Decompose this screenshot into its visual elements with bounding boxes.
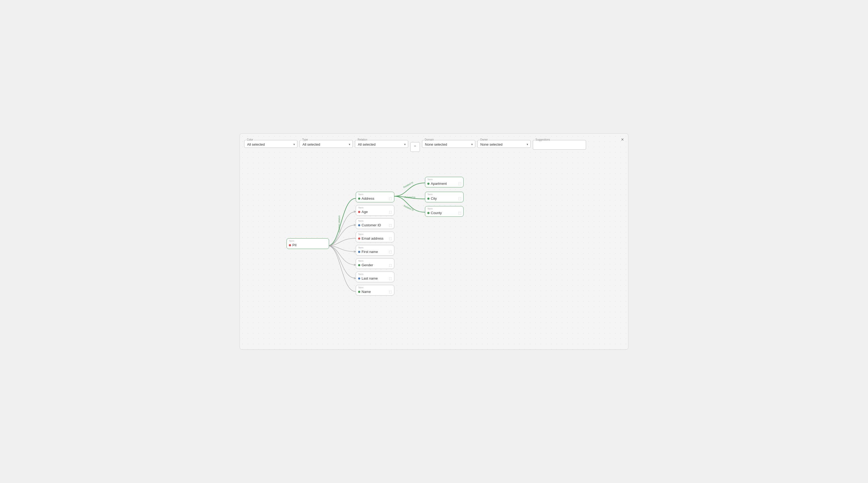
- svg-text:Related to: Related to: [403, 181, 414, 189]
- link-icon-email[interactable]: ⬚: [389, 237, 392, 240]
- domain-filter-group: Domain None selected ▾: [422, 140, 475, 152]
- node-name[interactable]: Term Name ⬚: [356, 285, 394, 296]
- node-county[interactable]: Term County ⬚: [425, 206, 464, 217]
- relation-value: All selected: [358, 143, 404, 146]
- relation-select-wrapper[interactable]: All selected ▾: [355, 140, 408, 148]
- node-city[interactable]: Term City ⬚: [425, 192, 464, 202]
- type-value: All selected: [303, 143, 349, 146]
- dot-customer-id: [358, 224, 360, 226]
- node-first-name-label: First name: [362, 250, 378, 254]
- svg-text:Custom relation: Custom relation: [338, 215, 341, 232]
- node-customer-id[interactable]: Term Customer ID ⬚: [356, 218, 394, 229]
- node-last-name-label: Last name: [362, 276, 378, 280]
- suggestions-wrapper[interactable]: [533, 140, 586, 150]
- dot-age: [358, 211, 360, 213]
- link-icon-gender[interactable]: ⬚: [389, 263, 392, 267]
- link-icon-customer-id[interactable]: ⬚: [389, 223, 392, 227]
- domain-value: None selected: [425, 143, 471, 146]
- node-email-label: Email address: [362, 236, 383, 240]
- type-chevron-icon: ▾: [349, 143, 350, 146]
- link-icon-last-name[interactable]: ⬚: [389, 277, 392, 280]
- domain-chevron-icon: ▾: [471, 143, 473, 146]
- dot-gender: [358, 264, 360, 266]
- dot-last-name: [358, 277, 360, 279]
- node-email[interactable]: Term Email address ⬚: [356, 232, 394, 242]
- dot-first-name: [358, 251, 360, 253]
- link-icon-city[interactable]: ⬚: [458, 197, 461, 201]
- dot-address: [358, 198, 360, 200]
- node-address[interactable]: Term Address ⬚: [356, 192, 394, 202]
- color-filter-group: Color All selected ▾: [244, 140, 298, 152]
- color-value: All selected: [247, 143, 293, 146]
- collapse-button[interactable]: ⌃: [410, 142, 420, 152]
- toolbar: Color All selected ▾ Type All selected ▾…: [244, 140, 586, 152]
- link-icon-first-name[interactable]: ⬚: [389, 250, 392, 254]
- node-first-name[interactable]: Term First name ⬚: [356, 245, 394, 255]
- node-pii[interactable]: Term PII: [286, 238, 329, 249]
- suggestions-label: Suggestions: [535, 138, 551, 141]
- node-gender[interactable]: Term Gender ⬚: [356, 258, 394, 269]
- dot-email: [358, 238, 360, 240]
- owner-chevron-icon: ▾: [527, 143, 528, 146]
- owner-filter-group: Owner None selected ▾: [477, 140, 531, 152]
- dot-city: [427, 198, 430, 200]
- owner-label: Owner: [479, 138, 488, 141]
- dot-county: [427, 212, 430, 214]
- domain-select-wrapper[interactable]: None selected ▾: [422, 140, 475, 148]
- node-gender-label: Gender: [362, 263, 373, 267]
- type-label: Type: [302, 138, 309, 141]
- graph-canvas: Custom relation Related to Related to Re…: [240, 134, 628, 349]
- node-last-name[interactable]: Term Last name ⬚: [356, 272, 394, 282]
- close-button[interactable]: ×: [621, 137, 624, 143]
- node-customer-id-label: Customer ID: [362, 223, 381, 227]
- suggestions-filter-group: Suggestions: [533, 140, 586, 152]
- node-age[interactable]: Term Age ⬚: [356, 205, 394, 216]
- link-icon-name[interactable]: ⬚: [389, 290, 392, 294]
- modal: ×: [240, 133, 628, 350]
- relation-filter-group: Relation All selected ▾: [355, 140, 408, 152]
- relation-label: Relation: [357, 138, 368, 141]
- type-select-wrapper[interactable]: All selected ▾: [300, 140, 353, 148]
- toolbar-row-2: Domain None selected ▾ Owner None select…: [422, 140, 586, 152]
- node-age-label: Age: [362, 210, 368, 214]
- color-select-wrapper[interactable]: All selected ▾: [244, 140, 298, 148]
- node-apartment-label: Apartment: [431, 182, 447, 186]
- toolbar-row-1: Color All selected ▾ Type All selected ▾…: [244, 140, 420, 152]
- dot-pii: [289, 244, 291, 246]
- domain-label: Domain: [424, 138, 434, 141]
- node-address-label: Address: [362, 197, 374, 201]
- dot-name: [358, 291, 360, 293]
- owner-select-wrapper[interactable]: None selected ▾: [477, 140, 531, 148]
- dot-apartment: [427, 183, 430, 185]
- svg-text:Related to: Related to: [403, 205, 414, 211]
- node-name-label: Name: [362, 290, 371, 294]
- type-filter-group: Type All selected ▾: [300, 140, 353, 152]
- owner-value: None selected: [480, 143, 527, 146]
- node-city-label: City: [431, 197, 437, 201]
- node-county-label: County: [431, 211, 442, 215]
- node-apartment[interactable]: Term Apartment ⬚: [425, 177, 464, 187]
- color-label: Color: [246, 138, 254, 141]
- node-pii-label: PII: [292, 243, 297, 247]
- link-icon-apartment[interactable]: ⬚: [458, 182, 461, 186]
- link-icon-address[interactable]: ⬚: [389, 197, 392, 201]
- svg-text:Related to: Related to: [404, 196, 415, 199]
- link-icon-age[interactable]: ⬚: [389, 210, 392, 214]
- link-icon-county[interactable]: ⬚: [458, 211, 461, 215]
- color-chevron-icon: ▾: [293, 143, 295, 146]
- relation-chevron-icon: ▾: [404, 143, 406, 146]
